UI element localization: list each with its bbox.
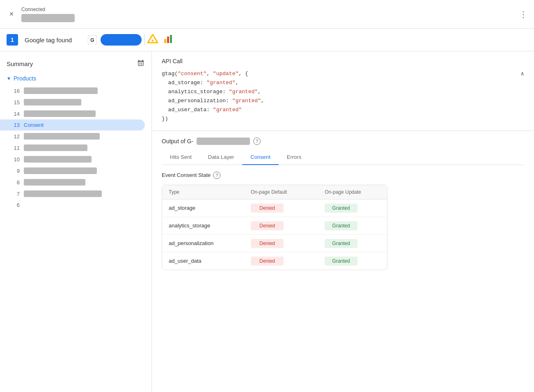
tag-found-text: Google tag found [25, 37, 72, 44]
item-num-11: 11 [11, 145, 20, 151]
collapse-button[interactable]: ∧ [521, 69, 524, 79]
col-update-header: On-page Update [325, 189, 387, 195]
code-line-ad-user: ad_user_data: "granted" [162, 105, 524, 115]
code-line-analytics: analytics_storage: "granted", [162, 87, 524, 96]
default-ad-user-data: Denied [251, 257, 284, 266]
item-num-14: 14 [11, 111, 20, 117]
svg-rect-5 [167, 37, 169, 43]
item-num-16: 16 [11, 88, 20, 94]
sidebar-item-8[interactable]: 8 [0, 177, 145, 188]
type-ad-storage: ad_storage [169, 205, 251, 211]
table-row-ad-personalization: ad_personalization Denied Granted [162, 235, 387, 252]
col-default-header: On-page Default [251, 189, 325, 195]
top-bar-left: × Connected [7, 7, 75, 22]
item-num-10: 10 [11, 156, 20, 163]
item-bar-9 [24, 167, 97, 174]
google-ads-icon: ▲ [147, 33, 158, 47]
tabs: Hits Sent Data Layer Consent Errors [162, 150, 524, 165]
svg-rect-10 [138, 62, 143, 66]
output-header: Output of G- ? [162, 138, 524, 145]
default-ad-personalization: Denied [251, 239, 284, 248]
item-bar-7 [24, 190, 102, 197]
main-layout: Summary ▼ Products 16 15 14 13 Consent [0, 51, 534, 392]
item-bar-14 [24, 110, 96, 117]
default-analytics-storage: Denied [251, 221, 284, 230]
update-ad-storage: Granted [325, 204, 358, 213]
tab-data-layer[interactable]: Data Layer [200, 150, 243, 165]
sidebar-item-13[interactable]: 13 Consent [0, 119, 145, 131]
item-bar-12 [24, 133, 100, 140]
sidebar-item-7[interactable]: 7 [0, 188, 145, 199]
sidebar-item-15[interactable]: 15 [0, 96, 145, 108]
svg-text:▲: ▲ [151, 38, 155, 42]
products-label: Products [14, 75, 36, 82]
tab-hits-sent[interactable]: Hits Sent [162, 150, 200, 165]
sidebar-item-9[interactable]: 9 [0, 165, 145, 177]
table-row-ad-storage: ad_storage Denied Granted [162, 199, 387, 217]
svg-rect-7 [138, 60, 140, 61]
analytics-icon [163, 33, 174, 47]
code-block: ∧ gtag("consent", "update", { ad_storage… [162, 69, 524, 124]
update-ad-personalization: Granted [325, 239, 358, 248]
output-tag-id [197, 138, 250, 145]
sidebar: Summary ▼ Products 16 15 14 13 Consent [0, 51, 152, 392]
svg-rect-6 [170, 35, 172, 43]
item-num-7: 7 [11, 191, 20, 197]
default-ad-storage: Denied [251, 204, 284, 213]
close-button[interactable]: × [7, 9, 16, 19]
products-header[interactable]: ▼ Products [0, 73, 151, 85]
gtag-icon: G [87, 34, 98, 46]
sidebar-item-11[interactable]: 11 [0, 142, 145, 154]
item-num-12: 12 [11, 133, 20, 140]
item-bar-11 [24, 144, 87, 151]
tag-icons: G ▲ [87, 33, 174, 47]
consent-help-icon[interactable]: ? [213, 172, 220, 179]
svg-text:G: G [90, 37, 94, 43]
code-line-close: }) [162, 115, 524, 124]
item-bar-15 [24, 99, 81, 105]
update-analytics-storage: Granted [325, 221, 358, 230]
consent-table-header: Type On-page Default On-page Update [162, 185, 387, 199]
tab-errors[interactable]: Errors [279, 150, 309, 165]
summary-label: Summary [7, 60, 33, 67]
type-ad-personalization: ad_personalization [169, 240, 251, 246]
svg-rect-8 [142, 60, 143, 61]
three-dots-menu[interactable]: ⋮ [519, 9, 527, 19]
connected-bar [21, 14, 75, 22]
sidebar-summary: Summary [0, 56, 151, 73]
item-num-8: 8 [11, 179, 20, 186]
item-num-15: 15 [11, 99, 20, 105]
api-call-section: API Call ∧ gtag("consent", "update", { a… [152, 51, 534, 131]
consent-title-row: Event Consent State ? [162, 172, 524, 179]
output-title: Output of G- [162, 138, 193, 144]
consent-title: Event Consent State [162, 172, 211, 178]
code-line-1: gtag("consent", "update", { [162, 69, 524, 78]
table-row-analytics-storage: analytics_storage Denied Granted [162, 217, 387, 235]
svg-rect-4 [164, 39, 166, 43]
sidebar-item-6[interactable]: 6 [0, 199, 145, 211]
sidebar-item-12[interactable]: 12 [0, 131, 145, 142]
output-help-icon[interactable]: ? [253, 138, 261, 145]
table-row-ad-user-data: ad_user_data Denied Granted [162, 252, 387, 270]
trash-icon[interactable] [137, 59, 145, 69]
item-bar-8 [24, 179, 85, 186]
col-type-header: Type [169, 189, 251, 195]
api-call-title: API Call [162, 58, 524, 64]
tab-consent[interactable]: Consent [242, 150, 278, 165]
tag-header: 1 Google tag found G ▲ [0, 29, 534, 51]
code-line-ad-storage: ad_storage: "granted", [162, 78, 524, 87]
content-area: API Call ∧ gtag("consent", "update", { a… [152, 51, 534, 392]
item-label-13: Consent [24, 122, 44, 128]
consent-section: Event Consent State ? Type On-page Defau… [162, 172, 524, 280]
type-ad-user-data: ad_user_data [169, 258, 251, 264]
tag-separator [144, 34, 144, 46]
type-analytics-storage: analytics_storage [169, 222, 251, 229]
consent-table: Type On-page Default On-page Update ad_s… [162, 185, 387, 270]
sidebar-item-10[interactable]: 10 [0, 154, 145, 165]
sidebar-item-14[interactable]: 14 [0, 108, 145, 119]
connected-text: Connected [21, 7, 75, 12]
sidebar-item-16[interactable]: 16 [0, 85, 145, 96]
item-bar-10 [24, 156, 92, 163]
item-num-9: 9 [11, 168, 20, 174]
code-line-ad-pers: ad_personalization: "granted", [162, 96, 524, 105]
